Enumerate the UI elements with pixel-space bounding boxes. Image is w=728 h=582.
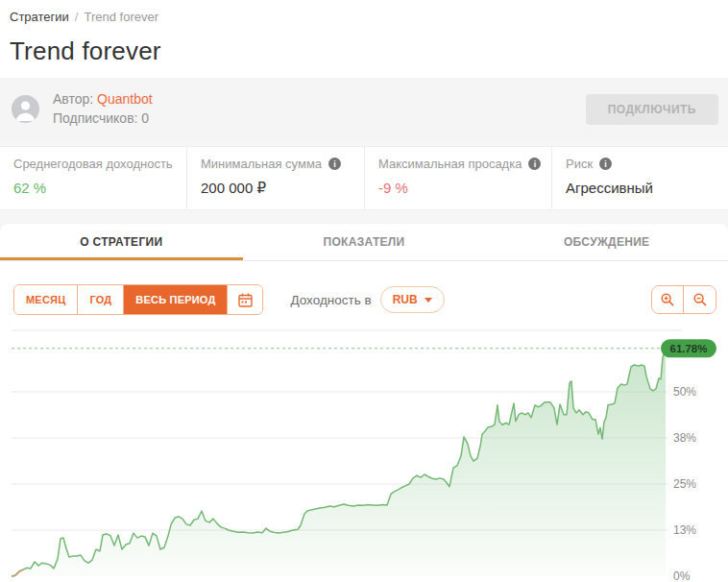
- tab-bar: О СТРАТЕГИИПОКАЗАТЕЛИОБСУЖДЕНИЕ: [0, 224, 728, 261]
- strategy-page: Стратегии/Trend forever Trend forever Ав…: [0, 0, 728, 582]
- stat-value: Агрессивный: [566, 180, 709, 196]
- stat-value: 200 000 ₽: [201, 180, 364, 197]
- tab-indicators[interactable]: ПОКАЗАТЕЛИ: [243, 224, 486, 260]
- y-axis-label: 25%: [673, 477, 696, 491]
- zoom-out-button[interactable]: [684, 286, 716, 313]
- y-axis-label: 50%: [673, 385, 696, 399]
- stat-avg-annual-return: Среднегодовая доходность62 %: [0, 147, 187, 209]
- y-axis-label: 0%: [673, 570, 691, 582]
- author-info: Автор: Quantbot Подписчиков: 0: [53, 90, 153, 128]
- stat-label: Риск: [566, 157, 593, 171]
- area-fill: [12, 349, 666, 576]
- info-icon[interactable]: i: [528, 158, 541, 170]
- period-button-year[interactable]: ГОД: [78, 285, 124, 314]
- author-bar: Автор: Quantbot Подписчиков: 0 ПОДКЛЮЧИТ…: [0, 78, 728, 140]
- stat-value: 62 %: [13, 180, 186, 196]
- breadcrumb-current: Trend forever: [84, 10, 158, 24]
- chart-controls: МЕСЯЦГОДВЕСЬ ПЕРИОД Доходность в RUB: [0, 261, 728, 315]
- performance-chart[interactable]: 0%13%25%38%50%61.78%09.202210.202211.202…: [10, 325, 718, 582]
- currency-control: Доходность в RUB: [290, 286, 444, 313]
- page-title: Trend forever: [10, 36, 718, 66]
- tab-discussion[interactable]: ОБСУЖДЕНИЕ: [485, 224, 728, 260]
- info-icon[interactable]: i: [328, 158, 341, 170]
- calendar-button[interactable]: [228, 285, 262, 314]
- currency-select[interactable]: RUB: [380, 286, 445, 313]
- stat-label: Максимальная просадка: [378, 157, 522, 171]
- zoom-in-button[interactable]: [652, 286, 684, 313]
- tab-about[interactable]: О СТРАТЕГИИ: [0, 224, 243, 260]
- breadcrumb-separator: /: [75, 10, 79, 24]
- calendar-icon: [237, 292, 254, 308]
- currency-value: RUB: [393, 293, 418, 306]
- avatar: [12, 95, 39, 123]
- page-header: Стратегии/Trend forever Trend forever: [0, 0, 728, 78]
- strategy-card: О СТРАТЕГИИПОКАЗАТЕЛИОБСУЖДЕНИЕ МЕСЯЦГОД…: [0, 224, 728, 582]
- author-name-link[interactable]: Quantbot: [97, 91, 153, 107]
- y-axis-label: 13%: [673, 523, 696, 537]
- chevron-down-icon: [425, 298, 432, 303]
- subscribers-count: 0: [141, 110, 149, 126]
- stats-card: Среднегодовая доходность62 %Минимальная …: [0, 146, 728, 210]
- stat-label: Среднегодовая доходность: [13, 157, 173, 171]
- chart-zoom-controls: [651, 285, 716, 314]
- currency-label: Доходность в: [290, 293, 371, 307]
- y-axis-label: 38%: [673, 431, 696, 445]
- period-button-all-period[interactable]: ВЕСЬ ПЕРИОД: [124, 285, 228, 314]
- author-label: Автор:: [53, 91, 93, 107]
- breadcrumb: Стратегии/Trend forever: [10, 10, 718, 24]
- info-icon[interactable]: i: [599, 158, 612, 170]
- breadcrumb-link-strategies[interactable]: Стратегии: [10, 10, 69, 24]
- stat-value: -9 %: [378, 180, 551, 196]
- zoom-in-icon: [660, 292, 675, 307]
- connect-button[interactable]: ПОДКЛЮЧИТЬ: [586, 94, 718, 125]
- stat-risk: РискiАгрессивный: [552, 147, 709, 209]
- current-value-label: 61.78%: [669, 343, 707, 354]
- period-button-month[interactable]: МЕСЯЦ: [14, 285, 78, 314]
- period-selector: МЕСЯЦГОДВЕСЬ ПЕРИОД: [13, 284, 263, 315]
- subscribers-label: Подписчиков:: [53, 110, 137, 126]
- stat-label: Минимальная сумма: [201, 157, 322, 171]
- stat-max-drawdown: Максимальная просадкаi-9 %: [365, 147, 552, 209]
- person-icon: [12, 95, 39, 123]
- stat-min-amount: Минимальная суммаi200 000 ₽: [187, 147, 365, 209]
- zoom-out-icon: [692, 292, 708, 307]
